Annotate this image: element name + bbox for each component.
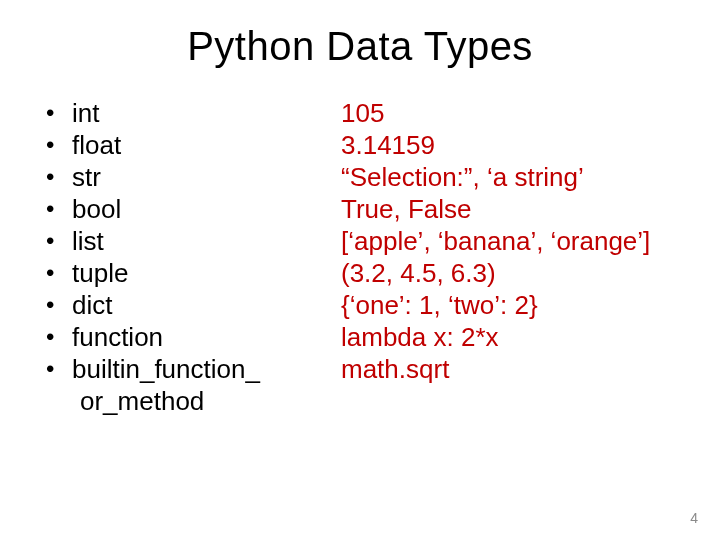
page-number: 4 (690, 510, 698, 526)
list-item: list (46, 225, 341, 257)
content-columns: int float str bool list tuple dict funct… (0, 97, 720, 417)
types-list: int float str bool list tuple dict funct… (46, 97, 341, 385)
example-text: 3.14159 (341, 129, 690, 161)
list-item: bool (46, 193, 341, 225)
example-text: “Selection:”, ‘a string’ (341, 161, 690, 193)
example-text: math.sqrt (341, 353, 690, 385)
types-column: int float str bool list tuple dict funct… (46, 97, 341, 417)
example-text: {‘one’: 1, ‘two’: 2} (341, 289, 690, 321)
list-item: function (46, 321, 341, 353)
example-text: 105 (341, 97, 690, 129)
list-item: int (46, 97, 341, 129)
example-text: (3.2, 4.5, 6.3) (341, 257, 690, 289)
list-item: builtin_function_ (46, 353, 341, 385)
examples-column: 105 3.14159 “Selection:”, ‘a string’ Tru… (341, 97, 690, 417)
list-item: tuple (46, 257, 341, 289)
list-item: dict (46, 289, 341, 321)
example-text: [‘apple’, ‘banana’, ‘orange’] (341, 225, 690, 257)
slide: Python Data Types int float str bool lis… (0, 0, 720, 540)
list-item-continuation: or_method (46, 385, 341, 417)
slide-title: Python Data Types (0, 0, 720, 97)
example-text: True, False (341, 193, 690, 225)
example-text: lambda x: 2*x (341, 321, 690, 353)
list-item: float (46, 129, 341, 161)
list-item: str (46, 161, 341, 193)
